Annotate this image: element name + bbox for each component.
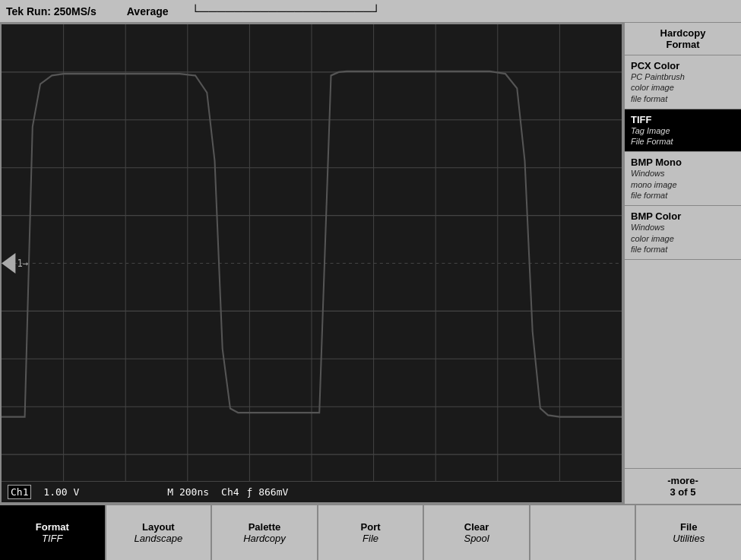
ch1-badge: Ch1 [8,485,31,499]
format-button-label: Format [36,521,69,533]
format-button[interactable]: Format TIFF [0,505,106,560]
layout-button[interactable]: Layout Landscape [106,505,213,560]
tiff-title: TIFF [631,114,735,125]
bmp-color-desc: Windowscolor imagefile format [631,222,735,255]
tiff-item[interactable]: TIFF Tag ImageFile Format [625,109,741,153]
port-button-label: Port [361,521,381,533]
format-menu: PCX Color PC Paintbrushcolor imagefile f… [625,55,741,260]
pcx-color-item[interactable]: PCX Color PC Paintbrushcolor imagefile f… [625,55,741,109]
bmp-color-item[interactable]: BMP Color Windowscolor imagefile format [625,206,741,260]
bracket-indicator: └────────────────────┘ [192,5,381,18]
pcx-color-desc: PC Paintbrushcolor imagefile format [631,71,735,104]
right-panel: Hardcopy Format PCX Color PC Paintbrushc… [623,23,741,504]
bottom-toolbar: Format TIFF Layout Landscape Palette Har… [0,504,741,560]
ch1-voltage: 1.00 V [43,486,79,498]
tiff-desc: Tag ImageFile Format [631,125,735,147]
bmp-mono-item[interactable]: BMP Mono Windowsmono imagefile format [625,152,741,206]
avg-mode-label: Average [127,5,169,17]
clear-spool-button-value: Spool [464,533,489,544]
file-utilities-button[interactable]: File Utilities [636,505,741,560]
run-mode-label: Tek Run: 250MS/s [6,5,97,17]
layout-button-label: Layout [142,521,175,533]
pcx-color-title: PCX Color [631,60,735,71]
file-utilities-button-label: File [680,521,697,533]
scope-status: Ch1 1.00 V M 200ns Ch4 ƒ 866mV [2,481,622,502]
top-bar: Tek Run: 250MS/s Average └──────────────… [0,0,741,23]
clear-spool-button-label: Clear [464,521,489,533]
ch1-label: Ch1 1.00 V [8,486,79,498]
palette-button-value: Hardcopy [243,533,286,544]
palette-button[interactable]: Palette Hardcopy [212,505,318,560]
hardcopy-format-title: Hardcopy Format [625,23,741,55]
empty-button [530,505,637,560]
ch4-trigger-label: Ch4 ƒ [221,486,252,498]
more-text: -more- [628,475,738,486]
layout-button-value: Landscape [135,533,183,544]
main-area: 1→ Ch1 Ch1 1.00 V M 200ns [0,23,741,504]
more-label: -more- 3 of 5 [625,468,741,504]
file-utilities-button-value: Utilities [673,533,705,544]
scope-display: 1→ Ch1 Ch1 1.00 V M 200ns [0,23,623,504]
bmp-mono-desc: Windowsmono imagefile format [631,168,735,201]
port-button-value: File [363,533,378,544]
svg-text:1→: 1→ [17,257,28,269]
format-button-value: TIFF [42,533,62,544]
bmp-color-title: BMP Color [631,210,735,222]
ch4-value: 866mV [258,486,288,498]
app: Tek Run: 250MS/s Average └──────────────… [0,0,741,560]
clear-spool-button[interactable]: Clear Spool [424,505,530,560]
scope-waveform: 1→ Ch1 [2,24,622,502]
timebase-label: M 200ns [167,486,209,498]
palette-button-label: Palette [249,521,281,533]
port-button[interactable]: Port File [318,505,425,560]
more-pages: 3 of 5 [628,486,738,498]
trigger-symbol: ƒ [246,486,252,498]
bmp-mono-title: BMP Mono [631,157,735,168]
